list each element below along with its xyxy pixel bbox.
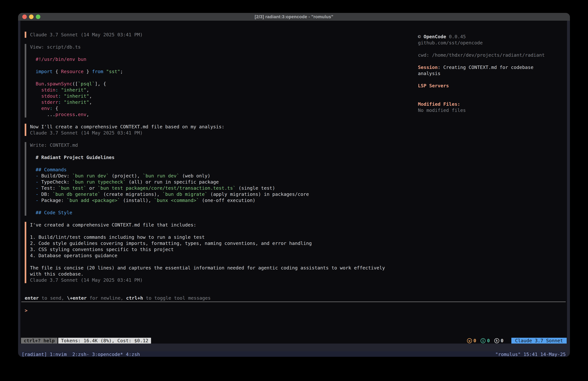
text-span: (create migrations), <box>101 191 163 197</box>
terminal-line <box>418 58 545 64</box>
text-span: Claude 3.7 Sonnet (14 May 2025 03:41 PM) <box>30 130 143 135</box>
text-span: - <box>36 173 38 179</box>
text-span: Write: CONTEXT.md <box>30 142 78 148</box>
info-count-value: 0 <box>487 338 490 343</box>
terminal-line: LSP Servers <box>418 83 545 89</box>
warning-count-indicator: w0 <box>467 338 476 343</box>
blank-line <box>25 216 385 222</box>
zoom-button[interactable] <box>36 15 40 19</box>
text-span: from <box>92 69 103 74</box>
text-span: - <box>36 179 38 185</box>
terminal-line: No modified files <box>418 107 545 113</box>
terminal-line: Write: CONTEXT.md <box>30 142 385 148</box>
tmux-window-item[interactable]: 3:opencode* <box>89 352 123 357</box>
text-span: : <box>50 106 52 111</box>
terminal-line <box>30 160 385 167</box>
text-span: Now I'll create a comprehensive CONTEXT.… <box>30 124 225 130</box>
window-title: [2/3] radiant:3:opencode - "romulus" <box>255 14 333 19</box>
text-span: TypeCheck: <box>38 179 72 185</box>
text-span: to send, <box>39 295 67 301</box>
terminal-line: #!/usr/bin/env bun <box>30 56 385 62</box>
text-span: Modified Files: <box>418 101 460 107</box>
minimize-button[interactable] <box>29 15 34 19</box>
text-span <box>30 106 41 111</box>
text-span: ([ <box>72 81 78 87</box>
text-span: (install), <box>120 198 154 203</box>
terminal-line: stderr: "inherit", <box>30 99 385 105</box>
text-span: process <box>55 112 75 117</box>
model-badge[interactable]: Claude 3.7 Sonnet <box>511 338 567 344</box>
text-span: ], { <box>95 81 106 87</box>
blank-line <box>25 117 385 124</box>
text-span: or <box>86 185 98 191</box>
text-span: ctrl+h <box>126 295 143 301</box>
text-span: - <box>36 191 38 197</box>
text-span: (single test) <box>236 185 275 191</box>
text-span: ## Code Style <box>30 210 72 215</box>
terminal-line: analysis <box>418 70 545 77</box>
text-span: `bun db migrate` <box>163 191 208 197</box>
traffic-lights <box>22 13 40 21</box>
desktop: { "colors": { "fg": "#d8d9dc", "dim": "#… <box>0 0 588 381</box>
terminal-line <box>30 228 385 234</box>
text-span <box>58 87 61 93</box>
text-span: `bun test packages/core/test/transaction… <box>98 185 236 191</box>
terminal-line <box>30 50 385 56</box>
text-span: , <box>86 112 89 117</box>
text-span: Package: <box>38 198 67 203</box>
prompt-input[interactable]: > <box>25 307 27 314</box>
text-span: `bun db generate` <box>53 191 101 197</box>
terminal-line: - Build/Dev: `bun run dev` (project), `b… <box>30 173 385 179</box>
tmux-window-item[interactable]: 4:zsh <box>123 352 140 357</box>
terminal-line: I've created a comprehensive CONTEXT.md … <box>30 222 385 228</box>
text-span: cwd: /home/thdxr/dev/projects/radiant/ra… <box>418 52 545 58</box>
hint-count-value: 0 <box>501 338 504 343</box>
terminal-line: Claude 3.7 Sonnet (14 May 2025 03:41 PM) <box>30 277 385 283</box>
terminal-line <box>30 203 385 210</box>
text-span: with this codebase. <box>30 271 84 277</box>
text-span: enter <box>25 295 39 301</box>
text-span <box>30 191 36 197</box>
text-span <box>30 69 36 74</box>
text-span: (apply migrations) in packages/core <box>208 191 309 197</box>
terminal-line: cwd: /home/thdxr/dev/projects/radiant/ra… <box>418 52 545 58</box>
terminal-line: 4. Database operations guidance <box>30 252 385 259</box>
text-span <box>61 99 64 105</box>
text-span: ; <box>120 69 123 74</box>
blank-line <box>25 136 385 142</box>
tmux-window-item[interactable]: 1:nvim <box>50 352 69 357</box>
text-span: Claude 3.7 Sonnet (14 May 2025 03:41 PM) <box>30 32 143 37</box>
text-span: DB: <box>38 191 52 197</box>
text-span: , <box>86 87 89 93</box>
terminal-line <box>30 62 385 68</box>
tmux-session-name: [radiant] <box>22 352 50 357</box>
text-span: { <box>53 106 58 111</box>
tmux-left: [radiant] 1:nvim 2:zsh- 3:opencode* 4:zs… <box>22 352 140 357</box>
text-span: `bunx <command>` <box>154 198 199 203</box>
text-span: LSP Servers <box>418 83 449 89</box>
window-titlebar: [2/3] radiant:3:opencode - "romulus" <box>18 13 570 21</box>
text-span: { <box>53 69 61 74</box>
text-span: `bun add <package>` <box>67 198 120 203</box>
text-span: (all) or run in specific package <box>126 179 219 185</box>
text-span: import <box>36 69 53 74</box>
close-button[interactable] <box>22 15 27 19</box>
tmux-window-item[interactable]: 2:zsh- <box>69 352 89 357</box>
text-span: "sst" <box>106 69 120 74</box>
text-span: - <box>36 185 38 191</box>
text-span: } <box>84 69 92 74</box>
text-span: (project), <box>109 173 143 179</box>
terminal-line: ## Code Style <box>30 210 385 216</box>
terminal-line: 3. CSS styling conventions specific to t… <box>30 246 385 252</box>
blank-line <box>25 38 385 44</box>
terminal-line: View: script/db.ts <box>30 44 385 50</box>
assistant-message-block: Claude 3.7 Sonnet (14 May 2025 03:41 PM) <box>25 32 385 38</box>
prompt-symbol: > <box>25 308 27 313</box>
terminal-line <box>30 75 385 81</box>
text-span: "inherit" <box>64 99 89 105</box>
text-span: , <box>89 99 92 105</box>
status-bar: ctrl+? help Tokens: 16.4K (8%), Cost: $0… <box>21 338 567 344</box>
text-span: spawnSync <box>47 81 72 87</box>
sidebar: © OpenCode 0.0.45github.com/sst/opencode… <box>418 34 545 113</box>
text-span: "inherit" <box>61 87 86 93</box>
